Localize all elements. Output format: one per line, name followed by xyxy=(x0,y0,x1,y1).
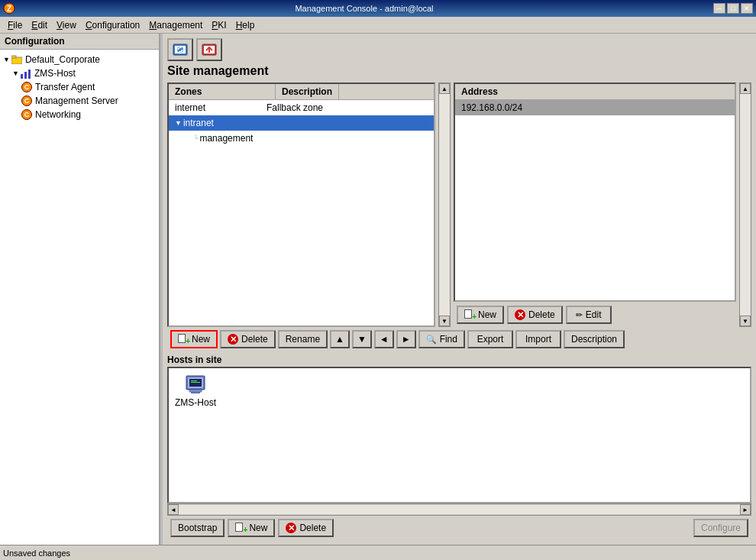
tree-item-networking[interactable]: C Networking xyxy=(0,108,159,121)
hosts-scroll-left[interactable]: ◄ xyxy=(168,504,179,515)
delete-icon-bottom: ✕ xyxy=(286,523,296,533)
top-toolbar xyxy=(167,38,751,61)
address-new-label: New xyxy=(478,309,496,320)
zone-import-button[interactable]: Import xyxy=(515,330,561,348)
c-icon-networking: C xyxy=(21,109,32,120)
window-controls: ─ □ ✕ xyxy=(713,3,753,14)
left-panel-header: Configuration xyxy=(0,34,159,50)
status-text: Unsaved changes xyxy=(3,549,70,558)
bottom-new-button[interactable]: + New xyxy=(228,519,275,537)
page-shape xyxy=(464,309,472,319)
toolbar-icon-1[interactable] xyxy=(167,38,193,61)
hosts-scroll-right[interactable]: ► xyxy=(740,504,751,515)
close-button[interactable]: ✕ xyxy=(741,3,753,14)
zone-description-button[interactable]: Description xyxy=(564,330,625,348)
bottom-new-label: New xyxy=(249,523,267,533)
address-delete-button[interactable]: ✕ Delete xyxy=(507,306,563,324)
edit-icon: ✏ xyxy=(576,310,583,320)
expand-arrow-zms: ▼ xyxy=(12,70,19,77)
menu-file[interactable]: File xyxy=(3,18,27,32)
menu-edit[interactable]: Edit xyxy=(27,18,52,32)
hosts-scroll-track xyxy=(179,505,740,514)
app-icon: Z xyxy=(3,2,15,15)
zone-down-button[interactable]: ▼ xyxy=(352,330,372,348)
zone-up-button[interactable]: ▲ xyxy=(330,330,350,348)
zones-scroll-up[interactable]: ▲ xyxy=(439,83,450,94)
window-title: Management Console - admin@local xyxy=(15,4,713,13)
configure-label: Configure xyxy=(701,523,741,533)
tree-label-zms-host: ZMS-Host xyxy=(34,68,76,79)
zones-scrollbar: ▲ ▼ xyxy=(438,83,451,327)
bootstrap-button[interactable]: Bootstrap xyxy=(170,519,225,537)
menu-help[interactable]: Help xyxy=(231,18,260,32)
menu-view[interactable]: View xyxy=(52,18,81,32)
zones-scroll-down[interactable]: ▼ xyxy=(439,316,450,326)
addr-scroll-up[interactable]: ▲ xyxy=(740,83,751,94)
page-title: Site management xyxy=(167,64,751,78)
zone-desc-management xyxy=(267,133,428,144)
address-row-1[interactable]: 192.168.0.0/24 xyxy=(455,100,735,115)
zone-address-row: Zones Description internet Fallback zone… xyxy=(167,83,751,327)
maximize-button[interactable]: □ xyxy=(727,3,739,14)
zone-find-label: Find xyxy=(440,334,457,345)
menu-pki[interactable]: PKI xyxy=(207,18,231,32)
menu-configuration[interactable]: Configuration xyxy=(81,18,144,32)
minimize-button[interactable]: ─ xyxy=(713,3,725,14)
configure-button[interactable]: Configure xyxy=(693,519,748,537)
zone-toolbar: + New ✕ Delete Rename ▲ ▼ ◄ ► xyxy=(167,327,751,351)
zone-find-button[interactable]: 🔍 Find xyxy=(418,330,465,348)
menu-management[interactable]: Management xyxy=(144,18,207,32)
host-item-zms[interactable]: ZMS-Host xyxy=(172,371,219,411)
zone-name-internet: internet xyxy=(175,102,267,113)
bottom-toolbar: Bootstrap + New ✕ Delete Configure xyxy=(167,516,751,540)
tree-item-management-server[interactable]: C Management Server xyxy=(0,94,159,108)
address-buttons: + New ✕ Delete ✏ Edit xyxy=(454,303,736,327)
hosts-section: Hosts in site ZMS-Host xyxy=(167,354,751,516)
down-arrow-icon: ▼ xyxy=(357,334,367,345)
zones-list: internet Fallback zone ▼ intranet xyxy=(169,100,434,325)
zone-import-label: Import xyxy=(525,334,551,345)
address-scrollbar: ▲ ▼ xyxy=(739,83,751,327)
tree-label-transfer-agent: Transfer Agent xyxy=(35,82,95,92)
title-bar: Z Management Console - admin@local ─ □ ✕ xyxy=(0,0,756,17)
zone-row-management[interactable]: └ management xyxy=(169,131,434,146)
zones-header: Zones Description xyxy=(169,84,434,100)
svg-rect-12 xyxy=(191,380,197,381)
new-icon-zone: + xyxy=(178,334,189,345)
bottom-delete-button[interactable]: ✕ Delete xyxy=(278,519,334,537)
address-edit-label: Edit xyxy=(586,309,602,320)
addr-scroll-down[interactable]: ▼ xyxy=(740,316,751,326)
address-new-button[interactable]: + New xyxy=(457,306,504,324)
tree-item-default-corporate[interactable]: ▼ Default_Corporate xyxy=(0,53,159,66)
zone-prev-button[interactable]: ◄ xyxy=(374,330,394,348)
addr-scroll-track xyxy=(740,94,751,316)
zone-row-intranet[interactable]: ▼ intranet xyxy=(169,115,434,131)
zone-new-button[interactable]: + New xyxy=(170,330,218,348)
svg-rect-13 xyxy=(191,382,200,383)
zone-desc-internet: Fallback zone xyxy=(267,102,428,113)
bootstrap-label: Bootstrap xyxy=(178,523,217,533)
plus-shape-b: + xyxy=(244,526,248,534)
status-bar: Unsaved changes xyxy=(0,545,756,560)
address-panel: Address 192.168.0.0/24 xyxy=(454,83,736,302)
tree-item-transfer-agent[interactable]: C Transfer Agent xyxy=(0,80,159,94)
zone-new-label: New xyxy=(192,334,210,345)
zone-export-button[interactable]: Export xyxy=(467,330,513,348)
c-icon-transfer: C xyxy=(21,82,32,92)
zone-rename-button[interactable]: Rename xyxy=(278,330,328,348)
hosts-area: ZMS-Host xyxy=(167,367,751,503)
zone-next-button[interactable]: ► xyxy=(396,330,416,348)
toolbar-icon-2[interactable] xyxy=(196,38,222,61)
zone-description-label: Description xyxy=(571,334,617,345)
zones-col-zones: Zones xyxy=(169,84,276,99)
tree-item-zms-host[interactable]: ▼ ZMS-Host xyxy=(0,66,159,80)
address-edit-button[interactable]: ✏ Edit xyxy=(566,306,612,324)
zone-delete-button[interactable]: ✕ Delete xyxy=(220,330,276,348)
prev-arrow-icon: ◄ xyxy=(380,334,389,345)
tree-label-default-corporate: Default_Corporate xyxy=(25,54,100,65)
zones-section: Zones Description internet Fallback zone… xyxy=(167,83,435,327)
svg-rect-14 xyxy=(189,390,202,392)
zone-rename-label: Rename xyxy=(286,334,320,345)
page-shape-b xyxy=(235,523,243,532)
zone-row-internet[interactable]: internet Fallback zone xyxy=(169,100,434,115)
